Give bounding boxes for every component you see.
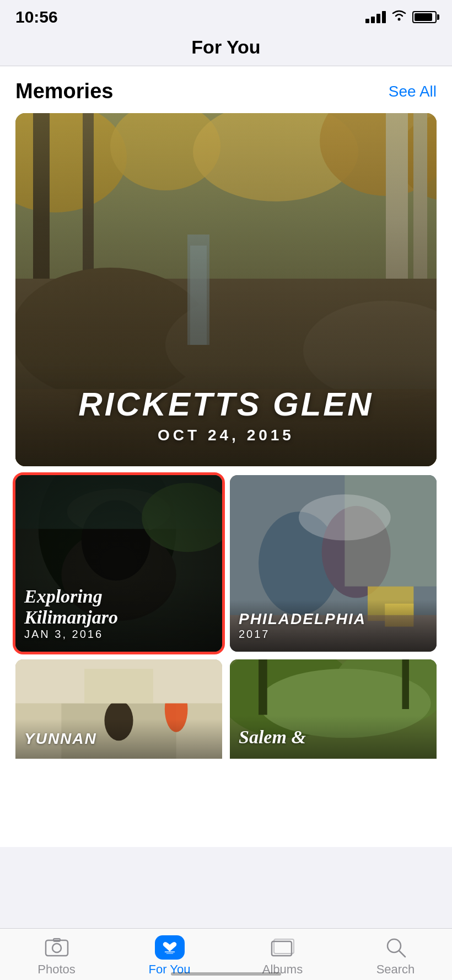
memory-grid-bottom: YUNNAN Salem &	[15, 659, 437, 759]
search-icon	[381, 935, 411, 960]
tab-photos[interactable]: Photos	[18, 935, 95, 977]
tab-search[interactable]: Search	[357, 935, 434, 977]
svg-point-0	[398, 18, 401, 21]
philadelphia-title: PHILADELPHIA	[239, 610, 428, 628]
svg-rect-52	[166, 953, 173, 954]
home-indicator	[171, 972, 281, 976]
kilimanjaro-date: JAN 3, 2016	[24, 628, 213, 641]
tab-search-label: Search	[376, 962, 415, 977]
kilimanjaro-text: ExploringKilimanjaro JAN 3, 2016	[15, 575, 222, 652]
memory-card-salem[interactable]: Salem &	[230, 659, 437, 759]
svg-rect-51	[164, 951, 175, 952]
signal-bars-icon	[365, 11, 386, 23]
tab-albums[interactable]: Albums	[244, 935, 321, 977]
status-bar: 10:56	[0, 0, 452, 31]
svg-rect-48	[46, 940, 68, 956]
main-memory-date: OCT 24, 2015	[32, 427, 420, 444]
status-icons	[365, 9, 437, 25]
memory-card-yunnan[interactable]: YUNNAN	[15, 659, 222, 759]
svg-line-56	[399, 951, 405, 957]
page-header: For You	[0, 31, 452, 66]
tab-photos-label: Photos	[37, 962, 76, 977]
salem-text: Salem &	[230, 716, 437, 759]
page-title: For You	[191, 36, 260, 57]
memory-card-philadelphia[interactable]: PHILADELPHIA 2017	[230, 475, 437, 652]
memory-grid: ExploringKilimanjaro JAN 3, 2016	[15, 475, 437, 652]
photos-icon	[42, 935, 72, 960]
kilimanjaro-title: ExploringKilimanjaro	[24, 586, 213, 628]
salem-title: Salem &	[239, 727, 428, 748]
albums-icon	[268, 935, 298, 960]
svg-rect-41	[84, 669, 153, 704]
svg-point-49	[52, 944, 61, 952]
memories-title: Memories	[15, 79, 113, 103]
status-time: 10:56	[15, 8, 58, 26]
tab-for-you[interactable]: For You	[131, 935, 208, 977]
main-content: Memories See All	[0, 66, 452, 847]
yunnan-text: YUNNAN	[15, 719, 222, 759]
philadelphia-date: 2017	[239, 628, 428, 641]
memory-card-kilimanjaro[interactable]: ExploringKilimanjaro JAN 3, 2016	[15, 475, 222, 652]
main-memory-title: RICKETTS GLEN	[32, 385, 420, 423]
yunnan-title: YUNNAN	[24, 730, 213, 748]
memories-section-header: Memories See All	[15, 79, 437, 103]
see-all-button[interactable]: See All	[389, 83, 437, 100]
main-memory-text: RICKETTS GLEN OCT 24, 2015	[15, 363, 437, 466]
battery-icon	[412, 11, 437, 23]
wifi-icon	[391, 9, 407, 25]
for-you-icon	[155, 935, 185, 960]
svg-rect-46	[259, 659, 267, 715]
philadelphia-text: PHILADELPHIA 2017	[230, 599, 437, 652]
main-memory-card[interactable]: RICKETTS GLEN OCT 24, 2015	[15, 113, 437, 466]
svg-rect-47	[402, 659, 410, 709]
